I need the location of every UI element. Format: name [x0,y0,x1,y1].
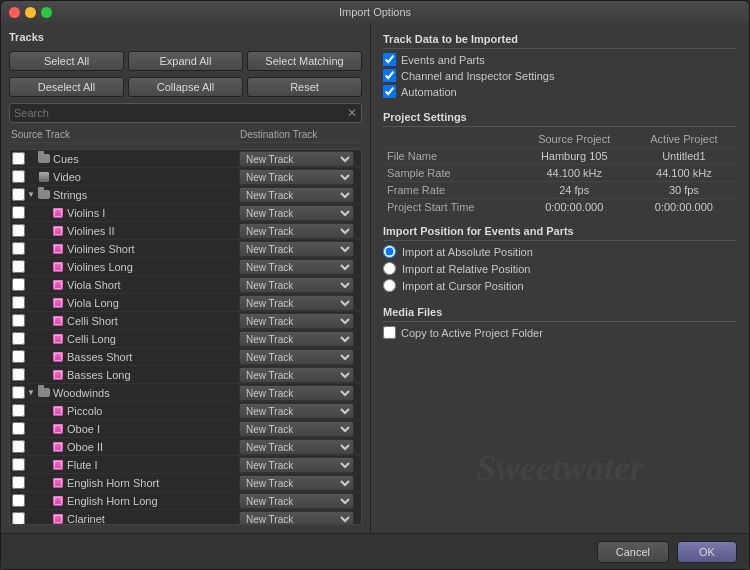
destination-select[interactable]: New Track [239,259,354,275]
destination-select[interactable]: New Track [239,403,354,419]
track-type-icon [51,332,65,346]
track-checkbox[interactable] [12,170,25,183]
track-checkbox[interactable] [12,494,25,507]
automation-row: Automation [383,85,737,98]
project-settings-row: File NameHamburg 105Untitled1 [383,148,737,165]
track-name: Woodwinds [53,387,239,399]
midi-icon [53,406,63,416]
track-name: Strings [53,189,239,201]
radio-absolute[interactable] [383,245,396,258]
destination-select[interactable]: New Track [239,421,354,437]
radio-relative[interactable] [383,262,396,275]
track-destination: New Track [239,511,359,526]
collapse-all-button[interactable]: Collapse All [128,77,243,97]
midi-icon [53,262,63,272]
close-button[interactable] [9,7,20,18]
radio-cursor[interactable] [383,279,396,292]
main-content: Tracks Select All Expand All Select Matc… [1,23,749,533]
track-name: Cues [53,153,239,165]
track-checkbox[interactable] [12,368,25,381]
folder-icon [38,154,50,163]
track-checkbox[interactable] [12,152,25,165]
select-all-button[interactable]: Select All [9,51,124,71]
track-checkbox[interactable] [12,512,25,525]
destination-select[interactable]: New Track [239,493,354,509]
track-row: Basses LongNew Track [10,366,361,384]
track-type-icon [51,296,65,310]
destination-select[interactable]: New Track [239,439,354,455]
automation-checkbox[interactable] [383,85,396,98]
destination-select[interactable]: New Track [239,205,354,221]
track-checkbox[interactable] [12,224,25,237]
expand-arrow-icon[interactable]: ▼ [27,190,37,199]
events-parts-checkbox[interactable] [383,53,396,66]
copy-to-folder-checkbox[interactable] [383,326,396,339]
setting-source-value: Hamburg 105 [518,148,631,165]
track-checkbox[interactable] [12,422,25,435]
ok-button[interactable]: OK [677,541,737,563]
destination-select[interactable]: New Track [239,511,354,526]
destination-select[interactable]: New Track [239,475,354,491]
clear-search-icon[interactable]: ✕ [347,106,357,120]
expand-all-button[interactable]: Expand All [128,51,243,71]
track-checkbox[interactable] [12,278,25,291]
channel-inspector-checkbox[interactable] [383,69,396,82]
track-row: Celli ShortNew Track [10,312,361,330]
project-settings-table: Source Project Active Project File NameH… [383,131,737,215]
expand-arrow-icon[interactable]: ▼ [27,388,37,397]
track-checkbox[interactable] [12,440,25,453]
cancel-button[interactable]: Cancel [597,541,669,563]
midi-icon [53,244,63,254]
track-checkbox[interactable] [12,242,25,255]
destination-select[interactable]: New Track [239,277,354,293]
destination-select[interactable]: New Track [239,349,354,365]
track-destination: New Track [239,349,359,365]
maximize-button[interactable] [41,7,52,18]
destination-select[interactable]: New Track [239,241,354,257]
tracks-list[interactable]: CuesNew TrackVideoNew Track▼StringsNew T… [9,149,362,525]
destination-select[interactable]: New Track [239,295,354,311]
select-matching-button[interactable]: Select Matching [247,51,362,71]
minimize-button[interactable] [25,7,36,18]
destination-select[interactable]: New Track [239,385,354,401]
track-name: Oboe I [67,423,239,435]
track-destination: New Track [239,259,359,275]
destination-select[interactable]: New Track [239,187,354,203]
track-name: Violines Long [67,261,239,273]
track-checkbox[interactable] [12,314,25,327]
track-type-icon [51,422,65,436]
track-checkbox[interactable] [12,350,25,363]
destination-select[interactable]: New Track [239,457,354,473]
track-checkbox[interactable] [12,260,25,273]
deselect-all-button[interactable]: Deselect All [9,77,124,97]
track-checkbox[interactable] [12,188,25,201]
track-checkbox[interactable] [12,404,25,417]
track-row: VideoNew Track [10,168,361,186]
destination-select[interactable]: New Track [239,151,354,167]
track-checkbox[interactable] [12,476,25,489]
track-checkbox[interactable] [12,386,25,399]
track-name: Piccolo [67,405,239,417]
destination-select[interactable]: New Track [239,313,354,329]
titlebar: Import Options [1,1,749,23]
setting-active-value: 44.100 kHz [631,165,737,182]
destination-select[interactable]: New Track [239,331,354,347]
midi-icon [53,514,63,524]
track-checkbox[interactable] [12,458,25,471]
track-checkbox[interactable] [12,296,25,309]
destination-select[interactable]: New Track [239,367,354,383]
track-checkbox[interactable] [12,206,25,219]
track-checkbox[interactable] [12,332,25,345]
button-row-top: Select All Expand All Select Matching [9,51,362,71]
proj-col-source: Source Project [518,131,631,148]
setting-label: File Name [383,148,518,165]
setting-source-value: 0:00:00.000 [518,199,631,216]
setting-source-value: 24 fps [518,182,631,199]
window-title: Import Options [339,6,411,18]
reset-button[interactable]: Reset [247,77,362,97]
destination-select[interactable]: New Track [239,169,354,185]
track-destination: New Track [239,187,359,203]
destination-select[interactable]: New Track [239,223,354,239]
setting-active-value: Untitled1 [631,148,737,165]
search-input[interactable] [14,107,347,119]
